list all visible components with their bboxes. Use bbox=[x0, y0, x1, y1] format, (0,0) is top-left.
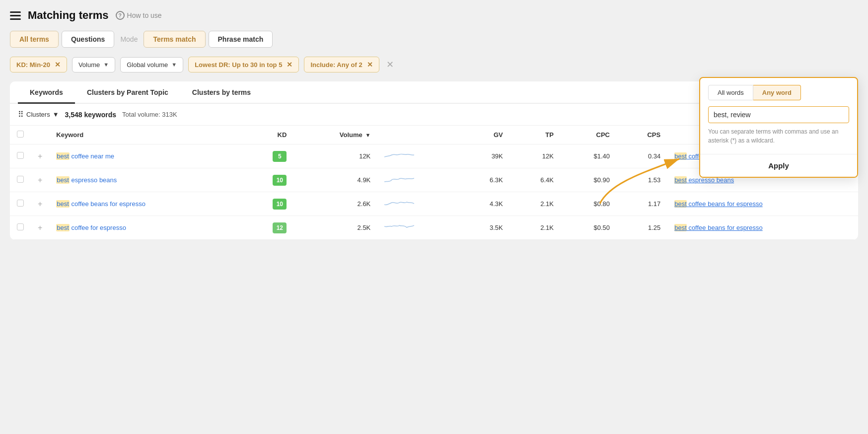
kd-badge: 10 bbox=[273, 199, 287, 210]
lowest-dr-label: Lowest DR: Up to 30 in top 5 bbox=[195, 61, 282, 69]
col-header-sparkline bbox=[377, 126, 459, 145]
parent-highlight: best bbox=[674, 224, 687, 231]
row-volume-cell: 2.5K bbox=[293, 216, 377, 240]
tab-clusters-parent[interactable]: Clusters by Parent Topic bbox=[75, 81, 180, 104]
row-tp-cell: 12K bbox=[510, 145, 561, 168]
row-volume-cell: 4.9K bbox=[293, 168, 377, 192]
row-sparkline-cell bbox=[377, 192, 459, 216]
any-word-tab[interactable]: Any word bbox=[753, 85, 801, 100]
tab-questions[interactable]: Questions bbox=[62, 31, 114, 48]
global-volume-label: Global volume bbox=[127, 61, 168, 69]
kd-filter-close[interactable]: ✕ bbox=[55, 61, 61, 69]
global-volume-arrow-icon: ▼ bbox=[171, 62, 177, 68]
row-add-cell[interactable]: + bbox=[31, 216, 49, 240]
popup-hint: You can separate terms with commas and u… bbox=[708, 127, 849, 150]
row-gv-cell: 39K bbox=[459, 145, 510, 168]
include-terms-input[interactable] bbox=[708, 106, 849, 123]
row-parent-cell: best coffee beans for espresso bbox=[667, 216, 858, 240]
tab-clusters-terms[interactable]: Clusters by terms bbox=[180, 81, 263, 104]
include-popup: All words Any word You can separate term… bbox=[699, 77, 858, 178]
row-cpc-cell: $0.80 bbox=[561, 192, 617, 216]
clear-all-filters[interactable]: ✕ bbox=[384, 59, 396, 70]
kd-badge: 10 bbox=[273, 175, 287, 186]
select-all-checkbox[interactable] bbox=[17, 131, 24, 138]
col-header-cpc: CPC bbox=[561, 126, 617, 145]
row-gv-cell: 6.3K bbox=[459, 168, 510, 192]
table-row: + best coffee beans for espresso 10 2.6K… bbox=[10, 192, 858, 216]
keyword-highlight: best bbox=[56, 152, 70, 160]
row-checkbox-cell bbox=[10, 192, 31, 216]
row-sparkline-cell bbox=[377, 145, 459, 168]
row-parent-cell: best coffee beans for espresso bbox=[667, 192, 858, 216]
sparkline-chart bbox=[384, 150, 414, 161]
sparkline-chart bbox=[384, 221, 414, 232]
keyword-link[interactable]: best coffee for espresso bbox=[56, 224, 126, 231]
keyword-highlight: best bbox=[56, 176, 70, 184]
tab-phrase-match[interactable]: Phrase match bbox=[209, 31, 273, 48]
col-header-kd[interactable]: KD bbox=[242, 126, 294, 145]
popup-top: All words Any word You can separate term… bbox=[700, 78, 857, 154]
kd-badge: 12 bbox=[273, 222, 287, 233]
row-volume-cell: 12K bbox=[293, 145, 377, 168]
tab-bar: All terms Questions Mode Terms match Phr… bbox=[10, 31, 858, 48]
keyword-link[interactable]: best coffee near me bbox=[56, 152, 114, 160]
row-checkbox-cell bbox=[10, 145, 31, 168]
keyword-link[interactable]: best espresso beans bbox=[56, 176, 117, 184]
global-volume-filter-chip[interactable]: Global volume ▼ bbox=[120, 57, 183, 72]
clusters-dropdown-icon: ▼ bbox=[53, 111, 59, 118]
parent-highlight: best bbox=[674, 200, 687, 208]
row-kd-cell: 5 bbox=[242, 145, 294, 168]
lowest-dr-close[interactable]: ✕ bbox=[287, 61, 292, 69]
lowest-dr-filter-chip[interactable]: Lowest DR: Up to 30 in top 5 ✕ bbox=[188, 57, 299, 72]
apply-button[interactable]: Apply bbox=[700, 154, 857, 177]
row-checkbox[interactable] bbox=[17, 176, 24, 183]
tab-terms-match[interactable]: Terms match bbox=[144, 31, 205, 48]
row-kd-cell: 10 bbox=[242, 168, 294, 192]
row-kd-cell: 10 bbox=[242, 192, 294, 216]
menu-icon[interactable] bbox=[10, 11, 21, 20]
row-add-cell[interactable]: + bbox=[31, 145, 49, 168]
col-header-keyword: Keyword bbox=[49, 126, 241, 145]
col-header-volume: Volume ▼ bbox=[293, 126, 377, 145]
row-keyword-cell: best coffee near me bbox=[49, 145, 241, 168]
sparkline-chart bbox=[384, 198, 414, 209]
parent-topic-link[interactable]: best coffee beans for espresso bbox=[674, 224, 763, 231]
row-checkbox-cell bbox=[10, 216, 31, 240]
keyword-link[interactable]: best coffee beans for espresso bbox=[56, 200, 145, 208]
tab-all-terms[interactable]: All terms bbox=[10, 31, 59, 48]
row-cpc-cell: $0.50 bbox=[561, 216, 617, 240]
row-gv-cell: 3.5K bbox=[459, 216, 510, 240]
row-kd-cell: 12 bbox=[242, 216, 294, 240]
row-checkbox[interactable] bbox=[17, 200, 24, 207]
kd-badge: 5 bbox=[273, 151, 287, 162]
col-header-gv: GV bbox=[459, 126, 510, 145]
tab-keywords[interactable]: Keywords bbox=[18, 81, 75, 104]
all-words-tab[interactable]: All words bbox=[708, 85, 753, 100]
how-to-use-button[interactable]: ? How to use bbox=[116, 11, 162, 20]
volume-sort-icon[interactable]: ▼ bbox=[365, 132, 370, 138]
parent-highlight: best bbox=[674, 176, 687, 184]
include-label: Include: Any of 2 bbox=[310, 61, 362, 69]
header: Matching terms ? How to use bbox=[10, 9, 858, 22]
keyword-highlight: best bbox=[56, 200, 70, 208]
col-header-checkbox[interactable] bbox=[10, 126, 31, 145]
clusters-button[interactable]: ⠿ Clusters ▼ bbox=[18, 110, 59, 119]
include-filter-chip[interactable]: Include: Any of 2 ✕ bbox=[304, 57, 379, 72]
parent-topic-link[interactable]: best coffee beans for espresso bbox=[674, 200, 763, 208]
table-row: + best coffee for espresso 12 2.5K 3.5K … bbox=[10, 216, 858, 240]
mode-label: Mode bbox=[117, 35, 141, 43]
kd-filter-chip[interactable]: KD: Min-20 ✕ bbox=[10, 57, 67, 72]
col-header-cps: CPS bbox=[617, 126, 667, 145]
include-close[interactable]: ✕ bbox=[367, 61, 373, 69]
row-checkbox[interactable] bbox=[17, 223, 24, 230]
help-label: How to use bbox=[127, 11, 162, 19]
keyword-highlight: best bbox=[56, 224, 70, 231]
row-add-cell[interactable]: + bbox=[31, 168, 49, 192]
row-add-cell[interactable]: + bbox=[31, 192, 49, 216]
row-keyword-cell: best coffee for espresso bbox=[49, 216, 241, 240]
row-checkbox-cell bbox=[10, 168, 31, 192]
row-checkbox[interactable] bbox=[17, 152, 24, 159]
volume-filter-chip[interactable]: Volume ▼ bbox=[72, 57, 115, 72]
kd-filter-label: KD: Min-20 bbox=[16, 61, 50, 69]
filter-bar: KD: Min-20 ✕ Volume ▼ Global volume ▼ Lo… bbox=[10, 57, 858, 72]
